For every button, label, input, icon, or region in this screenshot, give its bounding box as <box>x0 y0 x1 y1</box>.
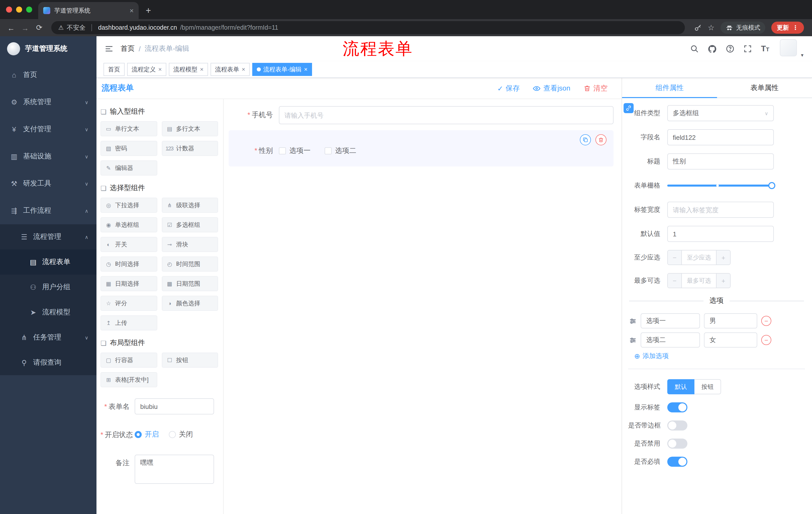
form-remark-textarea[interactable]: 嘿嘿 <box>135 455 214 484</box>
palette-item-color-picker[interactable]: ◑颜色选择 <box>162 296 218 311</box>
back-icon[interactable]: ← <box>4 23 18 32</box>
field-link-icon[interactable] <box>624 103 634 113</box>
sidebar-item-workflow[interactable]: ⇶ 工作流程 ∧ <box>0 197 96 224</box>
style-default-button[interactable]: 默认 <box>667 379 694 394</box>
save-button[interactable]: ✓ 保存 <box>497 84 520 93</box>
reload-icon[interactable]: ⟳ <box>32 23 46 32</box>
bookmark-star-icon[interactable]: ☆ <box>708 23 715 32</box>
tab-form-properties[interactable]: 表单属性 <box>717 78 812 98</box>
option-value-input[interactable] <box>704 313 757 328</box>
option-drag-icon[interactable] <box>629 317 637 325</box>
palette-item-counter[interactable]: 123计数器 <box>162 141 218 156</box>
sidebar-item-task-management[interactable]: ⋔ 任务管理 ∨ <box>0 325 96 350</box>
field-name-input[interactable] <box>667 129 774 145</box>
tab-close-icon[interactable]: × <box>129 6 134 15</box>
palette-item-time-range[interactable]: ◴时间范围 <box>162 256 218 272</box>
palette-item-radio-group[interactable]: ◉单选框组 <box>100 217 157 232</box>
style-button-button[interactable]: 按钮 <box>694 379 721 394</box>
canvas-field-gender-selected[interactable]: *性别 选项一 选项二 <box>229 130 613 166</box>
palette-item-password[interactable]: ▧密码 <box>100 141 157 156</box>
close-icon[interactable]: × <box>242 66 245 73</box>
palette-item-rate[interactable]: ☆评分 <box>100 296 157 311</box>
delete-field-button[interactable] <box>596 134 607 145</box>
option-drag-icon[interactable] <box>629 336 637 344</box>
palette-item-time-picker[interactable]: ◷时间选择 <box>100 256 157 272</box>
github-icon[interactable] <box>708 44 717 54</box>
password-key-icon[interactable] <box>694 24 702 32</box>
palette-item-cascader[interactable]: ⋔级联选择 <box>162 198 218 213</box>
gender-option-1-checkbox[interactable]: 选项一 <box>279 146 311 155</box>
browser-tab[interactable]: 芋道管理系统 × <box>38 2 139 19</box>
tag-home[interactable]: 首页 <box>104 63 125 76</box>
close-icon[interactable]: × <box>158 66 162 73</box>
sidebar-item-process-model[interactable]: ➤ 流程模型 <box>0 300 96 325</box>
sidebar-item-process-form[interactable]: ▤ 流程表单 <box>0 249 96 275</box>
avatar[interactable] <box>780 39 797 56</box>
increase-icon[interactable]: + <box>716 250 730 265</box>
sidebar-item-system-management[interactable]: ⚙ 系统管理 ∨ <box>0 88 96 116</box>
form-name-input[interactable] <box>135 398 214 414</box>
palette-item-select[interactable]: ◎下拉选择 <box>100 198 157 213</box>
clear-button[interactable]: 清空 <box>583 84 608 93</box>
sidebar-logo[interactable]: 芋道管理系统 <box>0 36 96 61</box>
decrease-icon[interactable]: − <box>668 250 682 265</box>
close-icon[interactable]: × <box>304 66 308 73</box>
close-icon[interactable]: × <box>200 66 203 73</box>
palette-item-checkbox-group[interactable]: ☑多选框组 <box>162 217 218 232</box>
palette-item-single-line-text[interactable]: ▭单行文本 <box>100 121 157 136</box>
phone-input[interactable] <box>279 106 613 124</box>
sidebar-item-infrastructure[interactable]: ▥ 基础设施 ∨ <box>0 143 96 170</box>
copy-field-button[interactable] <box>580 134 591 145</box>
forward-icon[interactable]: → <box>18 23 32 32</box>
title-input[interactable] <box>667 154 774 169</box>
slider-handle[interactable] <box>768 182 775 189</box>
remove-option-icon[interactable]: − <box>761 316 771 326</box>
view-json-button[interactable]: 查看json <box>533 84 570 93</box>
increase-icon[interactable]: + <box>716 274 730 288</box>
add-option-button[interactable]: ⊕ 添加选项 <box>634 352 669 360</box>
palette-item-upload[interactable]: ↥上传 <box>100 315 157 330</box>
window-minimize-button[interactable] <box>16 6 22 12</box>
remove-option-icon[interactable]: − <box>761 335 771 345</box>
component-type-select[interactable]: 多选框组 ∨ <box>667 105 774 121</box>
status-off-radio[interactable]: 关闭 <box>169 430 193 439</box>
tag-process-form[interactable]: 流程表单 × <box>210 63 250 76</box>
window-maximize-button[interactable] <box>26 6 32 12</box>
default-value-input[interactable] <box>667 226 774 242</box>
palette-item-multi-line-text[interactable]: ▤多行文本 <box>162 121 218 136</box>
tab-component-properties[interactable]: 组件属性 <box>622 78 717 98</box>
help-icon[interactable] <box>726 44 735 53</box>
security-warning-icon[interactable]: ⚠ <box>58 24 64 31</box>
palette-item-row-container[interactable]: ▢行容器 <box>100 353 157 368</box>
palette-item-switch[interactable]: ◐开关 <box>100 237 157 252</box>
gender-option-2-checkbox[interactable]: 选项二 <box>325 146 356 155</box>
form-grid-slider[interactable] <box>667 178 774 194</box>
disabled-switch[interactable] <box>667 438 687 449</box>
required-switch[interactable] <box>667 457 687 467</box>
option-label-input[interactable] <box>641 313 700 328</box>
canvas-field-phone[interactable]: *手机号 <box>229 106 613 124</box>
form-canvas[interactable]: *手机号 <box>224 99 621 514</box>
sidebar-item-leave-query[interactable]: ⚲ 请假查询 <box>0 350 96 375</box>
sidebar-item-home[interactable]: ⌂ 首页 <box>0 61 96 88</box>
sidebar-item-process-management[interactable]: ☰ 流程管理 ∧ <box>0 224 96 249</box>
font-size-icon[interactable]: TT <box>761 44 769 53</box>
tag-process-form-edit[interactable]: 流程表单-编辑 × <box>252 63 312 76</box>
sidebar-item-payment-management[interactable]: ¥ 支付管理 ∨ <box>0 116 96 143</box>
fullscreen-icon[interactable] <box>744 44 752 53</box>
sidebar-item-user-group[interactable]: ⚇ 用户分组 <box>0 275 96 300</box>
hamburger-icon[interactable] <box>96 44 121 53</box>
decrease-icon[interactable]: − <box>668 274 682 288</box>
avatar-caret-icon[interactable]: ▾ <box>801 52 804 58</box>
palette-item-slider[interactable]: ⊸滑块 <box>162 237 218 252</box>
label-width-input[interactable] <box>667 202 774 218</box>
palette-item-editor[interactable]: ✎编辑器 <box>100 160 157 175</box>
browser-menu-dots-icon[interactable]: ⋮ <box>792 24 799 31</box>
sidebar-item-dev-tools[interactable]: ⚒ 研发工具 ∨ <box>0 170 96 197</box>
tag-process-model[interactable]: 流程模型 × <box>169 63 208 76</box>
new-tab-button[interactable]: + <box>139 2 158 19</box>
palette-item-button[interactable]: ☐按钮 <box>162 353 218 368</box>
browser-update-button[interactable]: 更新 ⋮ <box>771 22 804 34</box>
option-value-input[interactable] <box>704 332 757 348</box>
window-close-button[interactable] <box>6 6 12 12</box>
